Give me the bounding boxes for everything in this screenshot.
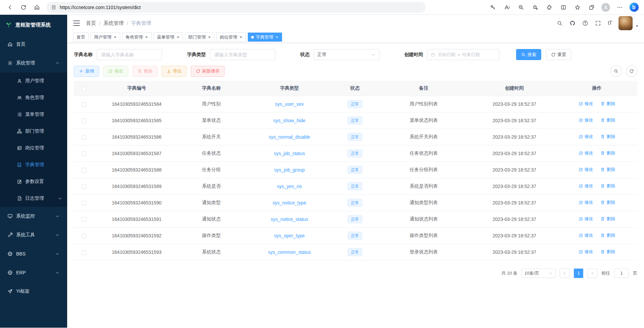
row-checkbox[interactable] <box>82 151 87 156</box>
delete-row-link[interactable]: 删除 <box>600 117 615 123</box>
next-page-button[interactable] <box>587 269 597 278</box>
sidebar-item-dict-management[interactable]: 字典管理 <box>0 156 67 173</box>
add-button[interactable]: 新增 <box>74 66 99 77</box>
sidebar-item-system-management[interactable]: 系统管理 <box>0 54 67 73</box>
edit-row-link[interactable]: 修改 <box>579 134 593 140</box>
sidebar-item-system-monitor[interactable]: 系统监控 <box>0 207 67 226</box>
breadcrumb-home[interactable]: 首页 <box>86 20 96 27</box>
current-page-button[interactable]: 1 <box>574 269 583 278</box>
dict-type-link[interactable]: sys_yes_no <box>277 184 302 189</box>
github-icon[interactable] <box>569 20 576 26</box>
delete-row-link[interactable]: 删除 <box>600 150 615 156</box>
delete-row-link[interactable]: 删除 <box>600 216 615 222</box>
close-icon[interactable]: × <box>145 35 148 39</box>
dict-type-link[interactable]: sys_notice_status <box>271 217 308 222</box>
edit-row-link[interactable]: 修改 <box>579 216 593 222</box>
avatar-caret-icon[interactable]: ▾ <box>636 24 638 30</box>
sidebar-item-user-management[interactable]: 用户管理 <box>0 73 67 89</box>
dict-type-input[interactable] <box>210 49 275 60</box>
sidebar-item-menu-management[interactable]: 菜单管理 <box>0 106 67 123</box>
search-button[interactable]: 搜索 <box>516 49 541 60</box>
delete-row-link[interactable]: 删除 <box>600 249 615 255</box>
edit-row-link[interactable]: 修改 <box>579 249 593 255</box>
dict-type-link[interactable]: sys_job_status <box>274 151 305 156</box>
tab-post-management[interactable]: 岗位管理× <box>216 33 246 42</box>
edit-row-link[interactable]: 修改 <box>579 167 593 173</box>
extensions-icon[interactable] <box>543 2 555 13</box>
dict-type-link[interactable]: sys_user_sex <box>275 101 304 107</box>
row-checkbox[interactable] <box>82 201 87 205</box>
sidebar-item-role-management[interactable]: 角色管理 <box>0 89 67 106</box>
close-icon[interactable]: × <box>113 35 117 39</box>
edit-row-link[interactable]: 修改 <box>579 150 593 156</box>
delete-row-link[interactable]: 删除 <box>600 199 615 205</box>
export-button[interactable]: 导出 <box>162 66 187 77</box>
tab-dict-management[interactable]: 字典管理× <box>248 33 282 42</box>
toggle-search-button[interactable] <box>610 65 622 77</box>
tab-menu-management[interactable]: 菜单管理× <box>153 33 183 42</box>
dict-type-link[interactable]: sys_show_hide <box>273 118 306 123</box>
row-checkbox[interactable] <box>82 234 87 238</box>
row-checkbox[interactable] <box>82 250 87 255</box>
dict-name-input[interactable] <box>97 49 162 60</box>
user-avatar[interactable] <box>618 16 633 30</box>
address-bar[interactable]: https://ccnetcore.com:1101/system/dict <box>46 2 426 13</box>
help-icon[interactable] <box>582 20 588 26</box>
dict-type-link[interactable]: sys_job_group <box>274 167 305 173</box>
delete-row-link[interactable]: 删除 <box>600 101 615 107</box>
fullscreen-icon[interactable] <box>595 20 601 26</box>
add-favorite-icon[interactable] <box>529 2 541 13</box>
select-all-checkbox[interactable] <box>82 86 87 91</box>
split-screen-icon[interactable] <box>557 2 569 13</box>
header-search-icon[interactable] <box>557 20 563 26</box>
close-icon[interactable]: × <box>176 35 180 39</box>
favorites-icon[interactable] <box>571 2 584 13</box>
font-size-icon[interactable]: tT <box>608 20 612 26</box>
date-range-picker[interactable]: 开始日期 - 结束日期 <box>427 49 499 60</box>
status-select[interactable]: 正常 <box>314 49 379 60</box>
sidebar-item-erp[interactable]: ERP <box>0 263 67 282</box>
edit-button[interactable]: 修改 <box>103 66 128 77</box>
sidebar-item-param-settings[interactable]: 参数设置 <box>0 173 67 190</box>
reset-button[interactable]: 重置 <box>546 49 571 60</box>
row-checkbox[interactable] <box>82 135 87 140</box>
row-checkbox[interactable] <box>82 168 87 173</box>
delete-row-link[interactable]: 删除 <box>600 167 615 173</box>
sidebar-item-post-management[interactable]: 岗位管理 <box>0 140 67 156</box>
sidebar-item-log-management[interactable]: 日志管理 <box>0 190 67 207</box>
delete-button[interactable]: 删除 <box>132 66 157 77</box>
app-logo[interactable]: 意框架管理系统 <box>0 15 67 35</box>
browser-profile-button[interactable] <box>600 2 612 13</box>
read-aloud-icon[interactable] <box>501 2 513 13</box>
edit-row-link[interactable]: 修改 <box>579 101 593 107</box>
row-checkbox[interactable] <box>82 184 87 189</box>
tab-home[interactable]: 首页 <box>73 33 89 42</box>
sidebar-item-bbs[interactable]: BBS <box>0 244 67 263</box>
close-icon[interactable]: × <box>275 35 279 39</box>
sidebar-item-home[interactable]: 首页 <box>0 35 67 54</box>
page-size-select[interactable]: 10条/页 <box>521 269 556 278</box>
goto-page-input[interactable] <box>614 269 629 278</box>
row-checkbox[interactable] <box>82 217 87 222</box>
copilot-button[interactable]: b <box>628 2 640 13</box>
row-checkbox[interactable] <box>82 102 87 107</box>
refresh-cache-button[interactable]: 刷新缓存 <box>191 66 225 77</box>
dict-type-link[interactable]: sys_notice_type <box>273 200 306 205</box>
delete-row-link[interactable]: 删除 <box>600 134 615 140</box>
close-icon[interactable]: × <box>208 35 211 39</box>
zoom-icon[interactable] <box>515 2 527 13</box>
sidebar-item-yi-framework[interactable]: Yi框架 <box>0 282 67 301</box>
refresh-table-button[interactable] <box>626 65 637 77</box>
prev-page-button[interactable] <box>560 269 570 278</box>
tab-user-management[interactable]: 用户管理× <box>91 33 120 42</box>
delete-row-link[interactable]: 删除 <box>600 183 615 189</box>
edit-row-link[interactable]: 修改 <box>579 199 593 205</box>
collections-icon[interactable] <box>586 2 598 13</box>
dict-type-link[interactable]: sys_normal_disable <box>269 134 310 140</box>
edit-row-link[interactable]: 修改 <box>579 232 593 238</box>
edit-row-link[interactable]: 修改 <box>579 117 593 123</box>
sidebar-item-system-tools[interactable]: 系统工具 <box>0 226 67 244</box>
tab-role-management[interactable]: 角色管理× <box>122 33 152 42</box>
dict-type-link[interactable]: sys_common_status <box>268 249 311 255</box>
delete-row-link[interactable]: 删除 <box>600 232 615 238</box>
